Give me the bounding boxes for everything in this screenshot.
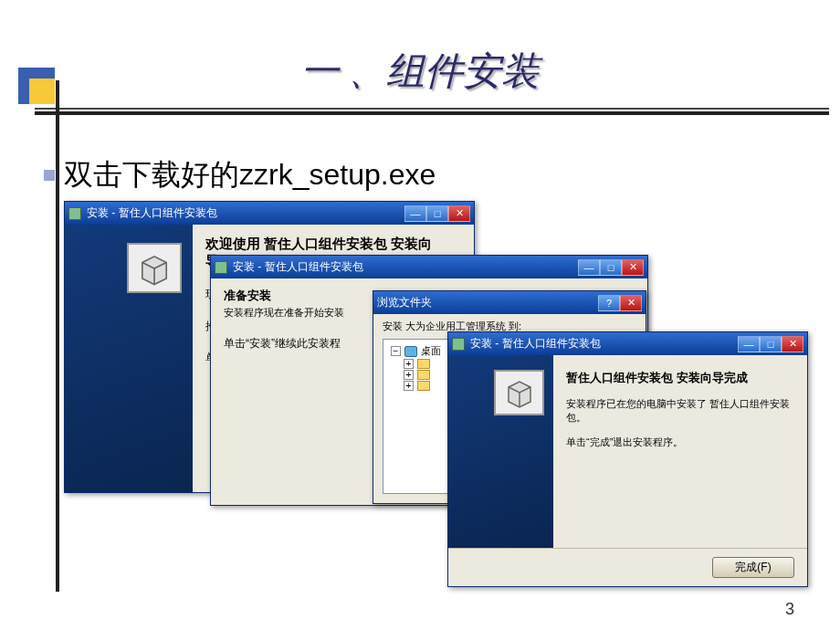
finish-button-label: 完成(F) — [735, 560, 771, 575]
finish-text-1: 安装程序已在您的电脑中安装了 暂住人口组件安装包。 — [566, 397, 794, 425]
finish-button[interactable]: 完成(F) — [712, 557, 794, 578]
box-icon — [494, 370, 544, 415]
close-button[interactable]: ✕ — [448, 205, 470, 222]
finish-text-2: 单击“完成”退出安装程序。 — [566, 436, 794, 449]
close-button[interactable]: ✕ — [782, 336, 803, 352]
wizard-body: 暂住人口组件安装包 安装向导完成 安装程序已在您的电脑中安装了 暂住人口组件安装… — [553, 355, 807, 548]
close-button[interactable]: ✕ — [620, 295, 642, 311]
titlebar-text: 浏览文件夹 — [377, 295, 432, 310]
expander-icon[interactable]: + — [404, 370, 414, 380]
titlebar[interactable]: 安装 - 暂住人口组件安装包 — □ ✕ — [65, 202, 474, 225]
box-icon — [127, 243, 182, 293]
folder-icon — [417, 381, 430, 391]
titlebar-text: 安装 - 暂住人口组件安装包 — [233, 259, 363, 275]
folder-icon — [417, 359, 430, 369]
help-button[interactable]: ? — [598, 295, 620, 311]
bullet-text: 双击下载好的zzrk_setup.exe — [64, 155, 436, 195]
minimize-button[interactable]: — — [404, 205, 426, 222]
finish-heading: 暂住人口组件安装包 安装向导完成 — [566, 370, 794, 386]
titlebar[interactable]: 安装 - 暂住人口组件安装包 — □ ✕ — [448, 332, 807, 355]
installer-icon — [68, 207, 81, 220]
page-number: 3 — [785, 600, 794, 619]
expander-icon[interactable]: − — [391, 346, 401, 356]
welcome-heading-l1: 欢迎使用 暂住人口组件安装包 安装向 — [205, 236, 432, 251]
horizontal-rule — [35, 111, 829, 115]
close-button[interactable]: ✕ — [622, 259, 644, 276]
slide: 一 、组件安装 双击下载好的zzrk_setup.exe 安装 - 暂住人口组件… — [0, 0, 840, 630]
wizard-side-banner — [448, 355, 553, 548]
folder-icon — [417, 370, 430, 380]
expander-icon[interactable]: + — [404, 359, 414, 369]
expander-icon[interactable]: + — [404, 381, 414, 391]
desktop-icon — [404, 346, 417, 357]
horizontal-rule-thin — [35, 108, 829, 110]
dialog-footer: 完成(F) — [448, 548, 807, 586]
maximize-button[interactable]: □ — [600, 259, 622, 276]
titlebar[interactable]: 安装 - 暂住人口组件安装包 — □ ✕ — [211, 256, 647, 278]
titlebar[interactable]: 浏览文件夹 ? ✕ — [373, 291, 646, 314]
installer-icon — [452, 338, 465, 351]
wizard-side-banner — [65, 225, 193, 492]
maximize-button[interactable]: □ — [760, 336, 782, 352]
slide-title: 一 、组件安装 — [0, 46, 840, 97]
minimize-button[interactable]: — — [578, 259, 600, 276]
installer-icon — [215, 261, 227, 274]
bullet-item: 双击下载好的zzrk_setup.exe — [44, 155, 436, 195]
maximize-button[interactable]: □ — [426, 205, 448, 222]
bullet-marker — [44, 170, 55, 181]
minimize-button[interactable]: — — [738, 336, 760, 352]
tree-node-label: 桌面 — [421, 344, 441, 358]
installer-finish-dialog: 安装 - 暂住人口组件安装包 — □ ✕ — [447, 331, 808, 587]
titlebar-text: 安装 - 暂住人口组件安装包 — [470, 336, 601, 352]
titlebar-text: 安装 - 暂住人口组件安装包 — [87, 205, 217, 221]
